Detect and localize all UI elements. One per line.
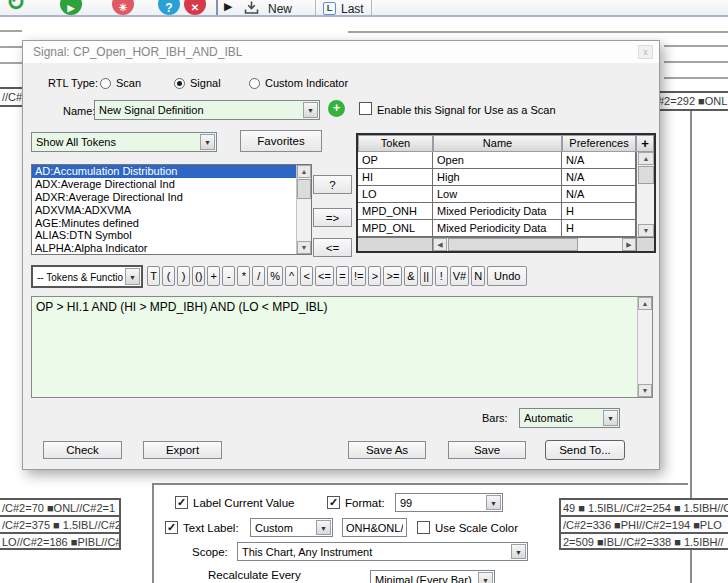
operator-button[interactable]: < xyxy=(300,266,313,286)
formula-scrollbar[interactable]: ▲ ▼ xyxy=(637,297,652,397)
token-list-item[interactable]: ALIAS:DTN Symbol xyxy=(32,229,311,242)
chevron-down-icon[interactable] xyxy=(316,520,331,535)
format-select[interactable]: 99 xyxy=(395,493,503,512)
token-list-item[interactable]: ALPHA:Alpha Indicator xyxy=(32,242,311,255)
operator-button[interactable]: * xyxy=(237,266,250,286)
formula-editor[interactable]: OP > HI.1 AND (HI > MPD_IBH) AND (LO < M… xyxy=(31,296,653,398)
chevron-down-icon[interactable] xyxy=(511,544,526,559)
operator-button[interactable]: <= xyxy=(315,266,334,286)
radio-custom-indicator[interactable] xyxy=(249,78,260,89)
label-current-value-checkbox[interactable] xyxy=(175,496,188,509)
chevron-down-icon[interactable] xyxy=(603,410,618,426)
operator-button[interactable]: V# xyxy=(450,266,469,286)
operator-button[interactable]: ^ xyxy=(285,266,298,286)
chevron-down-icon[interactable] xyxy=(303,102,318,118)
token-list-item[interactable]: ADXVMA:ADXVMA xyxy=(32,204,311,217)
last-button[interactable]: Last xyxy=(341,2,364,16)
send-to-button[interactable]: Send To... xyxy=(545,440,625,460)
functions-select[interactable]: -- Tokens & Functions -- xyxy=(31,265,143,288)
token-list-item[interactable]: AD:Accumulation Distribution xyxy=(32,165,311,178)
operator-button[interactable]: T xyxy=(147,266,160,286)
import-icon[interactable] xyxy=(243,1,260,15)
scrollbar-thumb[interactable] xyxy=(638,166,654,184)
operator-button[interactable]: > xyxy=(368,266,381,286)
operator-button[interactable]: / xyxy=(252,266,265,286)
operator-button[interactable]: || xyxy=(420,266,433,286)
favorites-button[interactable]: Favorites xyxy=(240,130,322,152)
table-vscrollbar[interactable]: ▲ ▼ xyxy=(636,152,654,237)
scroll-up-icon[interactable]: ▲ xyxy=(638,297,652,310)
radio-signal[interactable] xyxy=(174,78,185,89)
format-checkbox[interactable] xyxy=(327,496,340,509)
cancel-icon[interactable]: ✳ xyxy=(112,0,134,15)
remove-token-button[interactable]: <= xyxy=(313,238,352,257)
undo-button[interactable]: Undo xyxy=(487,266,527,286)
column-header-name[interactable]: Name xyxy=(433,135,562,152)
operator-button[interactable]: N xyxy=(471,266,485,286)
scroll-down-icon[interactable]: ▼ xyxy=(638,224,654,237)
token-list-item[interactable]: AGE:Minutes defined xyxy=(32,217,311,230)
operator-button[interactable]: >= xyxy=(383,266,402,286)
help-icon[interactable]: ? xyxy=(158,0,180,15)
token-list-scrollbar[interactable]: ▲ ▼ xyxy=(296,165,311,254)
radio-scan[interactable] xyxy=(100,78,111,89)
operator-button[interactable]: - xyxy=(222,266,235,286)
operator-button[interactable]: != xyxy=(351,266,366,286)
operator-button[interactable]: ! xyxy=(435,266,448,286)
use-scale-color-checkbox[interactable] xyxy=(417,521,430,534)
text-label-input[interactable] xyxy=(342,518,407,537)
text-label-mode-select[interactable]: Custom xyxy=(250,518,333,537)
operator-button[interactable]: ) xyxy=(177,266,190,286)
operator-button[interactable]: () xyxy=(192,266,205,286)
operator-button[interactable]: + xyxy=(207,266,220,286)
chevron-down-icon[interactable] xyxy=(200,134,215,150)
add-token-button[interactable]: => xyxy=(313,208,352,227)
last-icon[interactable]: L xyxy=(323,2,336,15)
refresh-icon[interactable]: ↻ xyxy=(6,0,25,16)
check-button[interactable]: Check xyxy=(43,441,122,459)
chevron-down-icon[interactable] xyxy=(478,572,493,583)
column-header-token[interactable]: Token xyxy=(358,135,433,152)
table-row[interactable]: OP Open N/A xyxy=(358,152,636,169)
scroll-down-icon[interactable]: ▼ xyxy=(297,241,311,254)
scope-select[interactable]: This Chart, Any Instrument xyxy=(237,542,528,561)
dialog-titlebar[interactable]: Signal: CP_Open_HOR_IBH_AND_IBL x xyxy=(23,41,659,63)
token-list[interactable]: AD:Accumulation Distribution ADX:Average… xyxy=(31,164,312,255)
column-header-preferences[interactable]: Preferences xyxy=(562,135,636,152)
new-button[interactable]: New xyxy=(268,2,292,16)
table-row[interactable]: HI High N/A xyxy=(358,169,636,186)
save-button[interactable]: Save xyxy=(448,441,526,459)
enable-scan-checkbox[interactable] xyxy=(359,102,372,115)
save-as-button[interactable]: Save As xyxy=(348,441,426,459)
add-column-button[interactable]: + xyxy=(636,135,654,152)
token-list-item[interactable]: ADX:Average Directional Ind xyxy=(32,178,311,191)
export-button[interactable]: Export xyxy=(143,441,222,459)
help-button[interactable]: ? xyxy=(313,175,352,194)
add-name-button[interactable]: + xyxy=(328,100,345,117)
chevron-down-icon[interactable] xyxy=(125,268,140,285)
play-icon[interactable]: ▶ xyxy=(60,0,82,15)
scroll-right-icon[interactable]: ▶ xyxy=(622,238,636,251)
token-list-item[interactable]: ADXR:Average Directional Ind xyxy=(32,191,311,204)
table-row[interactable]: LO Low N/A xyxy=(358,186,636,203)
scrollbar-thumb[interactable] xyxy=(297,179,311,199)
close-icon[interactable]: ✕ xyxy=(184,0,206,15)
name-select[interactable]: New Signal Definition xyxy=(94,100,320,120)
scroll-up-icon[interactable]: ▲ xyxy=(638,152,654,165)
recalculate-select[interactable]: Minimal (Every Bar) xyxy=(370,570,495,583)
operator-button[interactable]: % xyxy=(267,266,283,286)
run-icon[interactable]: ▶ xyxy=(224,0,232,13)
table-hscrollbar[interactable]: ◀ ▶ xyxy=(433,237,636,251)
scrollbar-thumb[interactable] xyxy=(448,238,578,251)
scroll-down-icon[interactable]: ▼ xyxy=(638,384,652,397)
table-row[interactable]: MPD_ONL Mixed Periodicity Data H xyxy=(358,220,636,237)
chevron-down-icon[interactable] xyxy=(486,495,501,510)
scroll-up-icon[interactable]: ▲ xyxy=(297,165,311,178)
scroll-left-icon[interactable]: ◀ xyxy=(433,238,447,251)
text-label-checkbox[interactable] xyxy=(165,521,178,534)
operator-button[interactable]: ( xyxy=(162,266,175,286)
close-icon[interactable]: x xyxy=(638,45,653,59)
operator-button[interactable]: & xyxy=(404,266,417,286)
operator-button[interactable]: = xyxy=(336,266,349,286)
token-filter-select[interactable]: Show All Tokens xyxy=(31,132,217,152)
